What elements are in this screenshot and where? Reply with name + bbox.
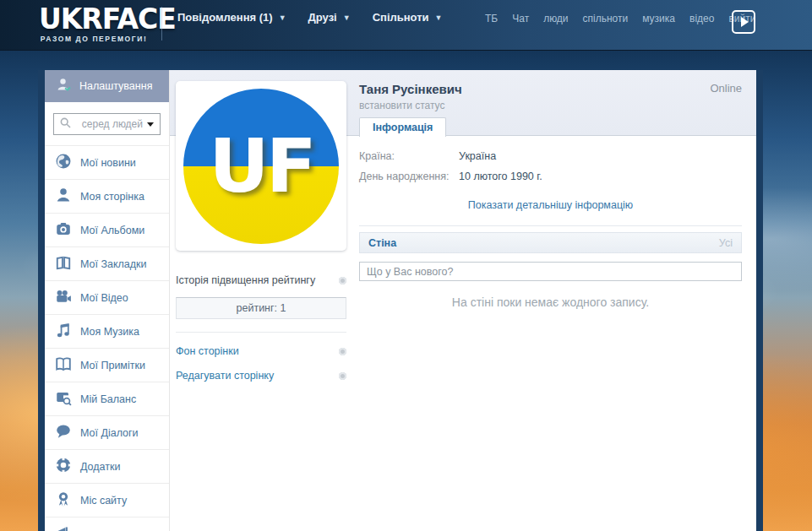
online-status: Online: [710, 82, 742, 95]
award-icon: [55, 490, 72, 511]
wall-post-input[interactable]: [359, 262, 742, 281]
rating-badge: рейтинг: 1: [176, 297, 346, 319]
nav-friends[interactable]: Друзі ▼: [308, 11, 351, 24]
sidebar-item-music[interactable]: Моя Музика: [45, 315, 169, 349]
wall-header: Стіна Усі: [359, 232, 742, 253]
sidebar-item-bookmarks[interactable]: Мої Закладки: [45, 247, 169, 281]
sidebar-item-label: Мої новини: [80, 157, 136, 169]
profile-tabs: Інформація: [359, 117, 742, 137]
user-icon: [55, 187, 72, 207]
nav-communities[interactable]: Спільноти ▼: [373, 11, 443, 24]
sidebar-item-albums[interactable]: Мої Альбоми: [45, 214, 169, 247]
profile-info: Країна: Україна День народження: 10 люто…: [359, 137, 742, 211]
sidebar-item-label: Мої Закладки: [80, 258, 147, 270]
sidebar-item-label: Мої Альбоми: [80, 225, 144, 236]
divider: [176, 332, 346, 333]
link-chat[interactable]: Чат: [512, 13, 529, 24]
play-button[interactable]: [732, 10, 755, 34]
search-scope-dropdown-icon[interactable]: [147, 122, 154, 127]
logo-text: UKRFACE: [39, 5, 149, 34]
music-note-icon: [55, 322, 72, 342]
sidebar-item-label: Додатки: [80, 461, 120, 473]
sidebar-item-label: Моя сторінка: [80, 191, 144, 203]
content-area: UF Історія підвищення рейтингу рейтинг: …: [170, 70, 756, 531]
sidebar: Налаштування Мої новини Моя сторінка: [45, 70, 170, 531]
wall-title: Стіна: [368, 237, 396, 249]
wall-empty-text: На стіні поки немає жодного запису.: [359, 295, 742, 309]
profile-left-column: UF Історія підвищення рейтингу рейтинг: …: [170, 70, 353, 531]
chevron-down-icon: ▼: [279, 14, 286, 22]
rating-history-row[interactable]: Історія підвищення рейтингу: [176, 274, 346, 286]
sidebar-item-label: Міс сайту: [80, 495, 127, 507]
main-container: Налаштування Мої новини Моя сторінка: [38, 70, 763, 531]
sidebar-item-partial[interactable]: [45, 517, 169, 531]
globe-icon: [55, 153, 72, 173]
wall-section: Стіна Усі На стіні поки немає жодного за…: [359, 225, 742, 309]
page-background-link[interactable]: Фон сторінки: [176, 345, 239, 357]
show-details-link[interactable]: Показати детальнішу інформацію: [359, 199, 742, 211]
sidebar-item-settings[interactable]: Налаштування: [45, 70, 169, 102]
settings-user-icon: [56, 77, 72, 95]
header-separator: [161, 7, 162, 41]
info-label: Країна:: [359, 150, 459, 162]
nav-messages-label: Повідомлення (1): [177, 11, 273, 24]
play-icon: [741, 17, 749, 27]
balance-icon: [55, 389, 72, 409]
video-camera-icon: [55, 288, 72, 308]
logo-tagline: РАЗОМ ДО ПЕРЕМОГИ!: [39, 35, 149, 43]
edit-page-link[interactable]: Редагувати сторінку: [176, 370, 274, 382]
sidebar-item-label: Моя Музика: [80, 326, 139, 338]
logo[interactable]: UKRFACE РАЗОМ ДО ПЕРЕМОГИ!: [39, 5, 149, 43]
info-row-birthday: День народження: 10 лютого 1990 г.: [359, 166, 742, 187]
info-row-country: Країна: Україна: [359, 146, 742, 166]
sidebar-item-label: Мої Примітки: [80, 360, 145, 371]
search-icon: [60, 116, 71, 132]
bookmarks-icon: [55, 254, 72, 274]
sidebar-item-dialogs[interactable]: Мої Діалоги: [45, 416, 169, 450]
top-header: UKRFACE РАЗОМ ДО ПЕРЕМОГИ! Повідомлення …: [0, 0, 812, 51]
profile-right-column: Таня Русінкевич встановити статус Online…: [353, 70, 756, 531]
sidebar-settings-label: Налаштування: [79, 80, 152, 92]
edit-page-row[interactable]: Редагувати сторінку: [176, 370, 346, 382]
header-links: ТБ Чат люди спільноти музика відео вийти: [485, 13, 755, 24]
info-dot-icon[interactable]: [339, 348, 346, 355]
link-video[interactable]: відео: [689, 13, 714, 24]
nav-friends-label: Друзі: [308, 11, 337, 24]
set-status-link[interactable]: встановити статус: [359, 100, 444, 111]
rating-history-label: Історія підвищення рейтингу: [176, 274, 315, 286]
megaphone-icon: [55, 523, 72, 531]
apps-icon: [55, 457, 72, 477]
tab-information[interactable]: Інформація: [359, 117, 446, 137]
link-communities[interactable]: спільноти: [583, 13, 629, 24]
info-dot-icon[interactable]: [339, 372, 346, 380]
nav-messages[interactable]: Повідомлення (1) ▼: [177, 11, 286, 24]
search-input[interactable]: [71, 118, 143, 130]
info-dot-icon[interactable]: [339, 277, 346, 284]
main-nav: Повідомлення (1) ▼ Друзі ▼ Спільноти ▼: [177, 11, 443, 24]
wall-filter-all[interactable]: Усі: [719, 237, 733, 249]
notes-book-icon: [55, 355, 72, 376]
nav-communities-label: Спільноти: [373, 11, 429, 24]
dialog-bubble-icon: [55, 423, 72, 443]
link-people[interactable]: люди: [543, 13, 568, 24]
sidebar-item-apps[interactable]: Додатки: [45, 450, 169, 484]
sidebar-item-balance[interactable]: Мій Баланс: [45, 382, 169, 416]
sidebar-item-label: Мій Баланс: [80, 393, 136, 405]
info-value: Україна: [459, 150, 496, 162]
page-background-row[interactable]: Фон сторінки: [176, 345, 346, 357]
sidebar-item-miss[interactable]: Міс сайту: [45, 484, 169, 517]
link-music[interactable]: музика: [642, 13, 675, 24]
sidebar-item-videos[interactable]: Мої Відео: [45, 281, 169, 315]
sidebar-item-notes[interactable]: Мої Примітки: [45, 349, 169, 382]
info-value: 10 лютого 1990 г.: [459, 171, 542, 182]
page: UKRFACE РАЗОМ ДО ПЕРЕМОГИ! Повідомлення …: [0, 0, 812, 531]
sidebar-item-label: Мої Відео: [80, 292, 128, 304]
sidebar-menu: Мої новини Моя сторінка Мої Альбоми Мої …: [45, 145, 169, 531]
search-box[interactable]: [53, 113, 161, 135]
chevron-down-icon: ▼: [435, 14, 443, 22]
profile-head: Таня Русінкевич встановити статус Online: [359, 70, 742, 117]
link-tv[interactable]: ТБ: [485, 13, 498, 24]
avatar[interactable]: UF: [183, 89, 339, 244]
sidebar-item-news[interactable]: Мої новини: [45, 146, 169, 180]
sidebar-item-my-page[interactable]: Моя сторінка: [45, 180, 169, 214]
